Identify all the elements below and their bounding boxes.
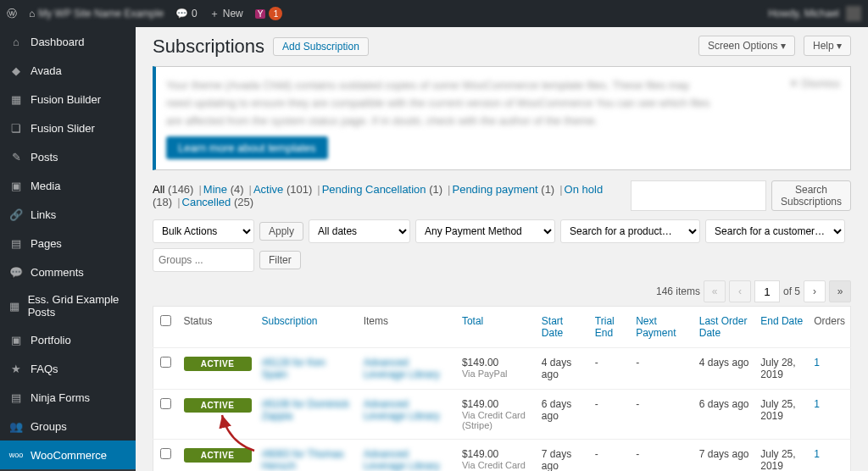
menu-label: Media bbox=[31, 180, 60, 192]
menu-icon: ✎ bbox=[8, 149, 24, 164]
wp-logo-icon[interactable]: ⓦ bbox=[7, 7, 17, 21]
subscription-link[interactable]: #6083 for Thomas Hensch bbox=[257, 440, 359, 471]
last-cell: 7 days ago bbox=[694, 440, 755, 471]
sidebar-item[interactable]: ▤Ninja Forms bbox=[0, 383, 136, 412]
apply-button[interactable]: Apply bbox=[259, 222, 303, 241]
sidebar-item[interactable]: ▣Portfolio bbox=[0, 325, 136, 354]
col-subscription[interactable]: Subscription bbox=[257, 307, 359, 348]
menu-label: Fusion Builder bbox=[31, 93, 101, 106]
start-cell: 4 days ago bbox=[537, 348, 590, 390]
items-cell: Advanced Leverage Library bbox=[359, 390, 457, 440]
subscriptions-table: Status Subscription Items Total Start Da… bbox=[153, 306, 851, 471]
col-start[interactable]: Start Date bbox=[537, 307, 590, 348]
groups-filter-input[interactable] bbox=[153, 248, 254, 272]
col-trial[interactable]: Trial End bbox=[590, 307, 631, 348]
pagination-top: 146 items « ‹ of 5 › » bbox=[153, 280, 851, 302]
sidebar-item[interactable]: ▦Fusion Builder bbox=[0, 85, 136, 114]
orders-cell[interactable]: 1 bbox=[809, 348, 850, 390]
add-subscription-button[interactable]: Add Subscription bbox=[273, 37, 369, 56]
next-cell: - bbox=[631, 348, 694, 390]
site-home-icon[interactable]: ⌂ My WP Site Name Example bbox=[29, 8, 164, 19]
sidebar-item[interactable]: ▣Media bbox=[0, 171, 136, 200]
sidebar-item[interactable]: ❏Fusion Slider bbox=[0, 114, 136, 142]
menu-label: Pages bbox=[31, 237, 62, 250]
notice-action-button[interactable]: Learn more about templates bbox=[166, 136, 328, 159]
sidebar-item[interactable]: ▤Pages bbox=[0, 229, 136, 258]
sidebar-item[interactable]: ◆Avada bbox=[0, 56, 136, 85]
sidebar-woo-label: WooCommerce bbox=[31, 449, 107, 462]
row-checkbox[interactable] bbox=[160, 398, 171, 409]
last-page-button[interactable]: » bbox=[829, 280, 851, 302]
total-pages: of 5 bbox=[783, 285, 800, 297]
table-row: ACTIVE #6128 for Ken Spain Advanced Leve… bbox=[153, 348, 851, 390]
filter-link[interactable]: Pending payment (1) bbox=[452, 183, 554, 196]
yoast-icon[interactable]: Y 1 bbox=[255, 7, 283, 20]
help-button[interactable]: Help ▾ bbox=[804, 36, 851, 56]
subscription-link[interactable]: #6106 for Dominick Zappia bbox=[257, 390, 359, 440]
last-cell: 4 days ago bbox=[694, 348, 755, 390]
filter-link[interactable]: All (146) bbox=[153, 183, 193, 196]
status-badge: ACTIVE bbox=[184, 398, 252, 413]
date-filter-select[interactable]: All dates bbox=[309, 219, 410, 243]
next-cell: - bbox=[631, 390, 694, 440]
product-filter-select[interactable]: Search for a product… bbox=[560, 219, 700, 243]
screen-options-button[interactable]: Screen Options ▾ bbox=[698, 36, 795, 56]
greeting-text[interactable]: Howdy, Michael bbox=[768, 8, 839, 19]
sidebar-item[interactable]: ✎Posts bbox=[0, 142, 136, 171]
select-all-checkbox[interactable] bbox=[160, 315, 171, 326]
payment-filter-select[interactable]: Any Payment Method bbox=[415, 219, 555, 243]
subscription-link[interactable]: #6128 for Ken Spain bbox=[257, 348, 359, 390]
comments-icon[interactable]: 💬 0 bbox=[175, 8, 198, 19]
menu-label: Ess. Grid Example Posts bbox=[28, 293, 127, 319]
sidebar-item[interactable]: ⌂Dashboard bbox=[0, 27, 136, 56]
menu-icon: ▤ bbox=[8, 236, 24, 251]
col-end[interactable]: End Date bbox=[755, 307, 809, 348]
next-page-button[interactable]: › bbox=[804, 280, 826, 302]
filter-link[interactable]: Active (101) bbox=[253, 183, 312, 196]
first-page-button: « bbox=[704, 280, 726, 302]
menu-icon: ◆ bbox=[8, 63, 24, 78]
new-content-button[interactable]: ＋ New bbox=[209, 7, 243, 21]
menu-icon: ⌂ bbox=[8, 34, 24, 49]
search-input[interactable] bbox=[631, 180, 766, 211]
woocommerce-icon: woo bbox=[8, 447, 24, 463]
customer-filter-select[interactable]: Search for a customer… bbox=[705, 219, 845, 243]
row-checkbox[interactable] bbox=[160, 357, 171, 368]
filter-link[interactable]: Pending Cancellation (1) bbox=[322, 183, 442, 196]
menu-icon: ▣ bbox=[8, 332, 24, 347]
last-cell: 6 days ago bbox=[694, 390, 755, 440]
bulk-actions-select[interactable]: Bulk Actions bbox=[153, 219, 254, 243]
admin-sidebar: ⌂Dashboard◆Avada▦Fusion Builder❏Fusion S… bbox=[0, 27, 136, 471]
sidebar-item-woocommerce[interactable]: woo WooCommerce bbox=[0, 441, 136, 469]
search-subscriptions-button[interactable]: Search Subscriptions bbox=[771, 180, 851, 211]
sidebar-item[interactable]: 🔗Links bbox=[0, 200, 136, 229]
menu-label: Dashboard bbox=[31, 36, 85, 48]
menu-label: Fusion Slider bbox=[31, 122, 95, 135]
current-page-input[interactable] bbox=[754, 280, 780, 302]
orders-cell[interactable]: 1 bbox=[809, 440, 850, 471]
sidebar-item[interactable]: 👥Groups bbox=[0, 412, 136, 441]
table-controls: Bulk Actions Apply All dates Any Payment… bbox=[153, 219, 851, 272]
main-content: Screen Options ▾ Help ▾ Subscriptions Ad… bbox=[136, 27, 868, 471]
menu-label: Portfolio bbox=[31, 334, 71, 346]
sidebar-item[interactable]: 💬Comments bbox=[0, 258, 136, 286]
orders-cell[interactable]: 1 bbox=[809, 390, 850, 440]
menu-icon: ▤ bbox=[8, 390, 24, 405]
sidebar-item[interactable]: ▦Ess. Grid Example Posts bbox=[0, 286, 136, 325]
filter-link[interactable]: Mine (4) bbox=[203, 183, 244, 196]
total-cell: $149.00Via Credit Card (Stripe) bbox=[457, 440, 537, 471]
col-last[interactable]: Last Order Date bbox=[694, 307, 755, 348]
col-status[interactable]: Status bbox=[179, 307, 257, 348]
col-next[interactable]: Next Payment bbox=[631, 307, 694, 348]
sidebar-item[interactable]: ★FAQs bbox=[0, 354, 136, 383]
status-badge: ACTIVE bbox=[184, 357, 252, 371]
menu-label: Links bbox=[31, 208, 56, 221]
start-cell: 7 days ago bbox=[537, 440, 590, 471]
row-checkbox[interactable] bbox=[160, 448, 171, 459]
col-total[interactable]: Total bbox=[457, 307, 537, 348]
filter-button[interactable]: Filter bbox=[259, 251, 301, 269]
status-badge: ACTIVE bbox=[184, 448, 252, 463]
menu-label: Ninja Forms bbox=[31, 391, 90, 404]
avatar[interactable] bbox=[846, 6, 861, 21]
filter-link[interactable]: Cancelled (25) bbox=[182, 196, 254, 208]
